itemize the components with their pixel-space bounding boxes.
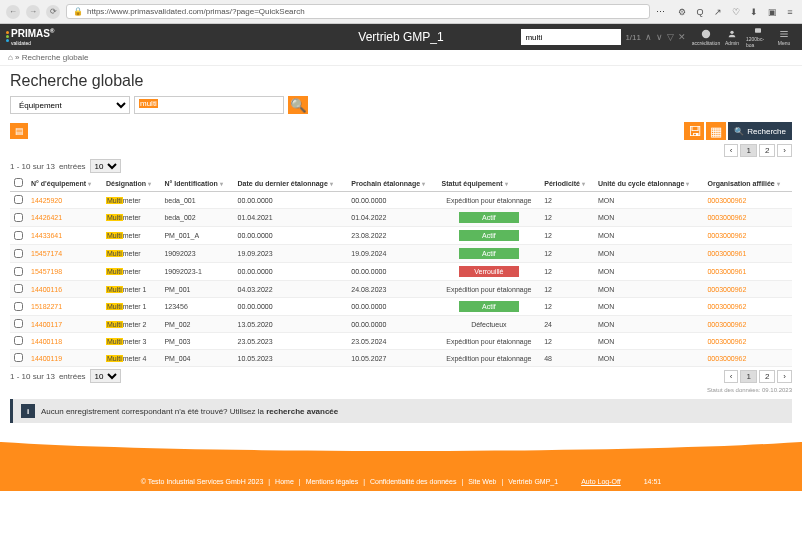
- equipment-link[interactable]: 14400119: [27, 350, 102, 367]
- filter-type-select[interactable]: Équipement: [10, 96, 130, 114]
- column-header[interactable]: N° d'équipement▾: [27, 175, 102, 192]
- equipment-link[interactable]: 15457198: [27, 263, 102, 281]
- equipment-link[interactable]: 14400117: [27, 316, 102, 333]
- find-close[interactable]: ✕: [678, 32, 686, 42]
- column-header[interactable]: Unité du cycle étalonnage▾: [594, 175, 703, 192]
- row-checkbox[interactable]: [14, 284, 23, 293]
- row-checkbox[interactable]: [14, 353, 23, 362]
- page-prev[interactable]: ‹: [724, 144, 739, 157]
- status-cell: Expédition pour étalonnage: [437, 350, 540, 367]
- status-cell: Actif: [437, 298, 540, 316]
- org-link[interactable]: 0003000961: [703, 245, 792, 263]
- auto-logoff[interactable]: Auto Log-Off: [581, 478, 621, 485]
- svg-point-0: [702, 29, 710, 37]
- ext-icon[interactable]: Q: [694, 6, 706, 18]
- equipment-link[interactable]: 14400118: [27, 333, 102, 350]
- org-link[interactable]: 0003000962: [703, 209, 792, 227]
- page-2[interactable]: 2: [759, 144, 775, 157]
- info-banner: i Aucun enregistrement correspondant n'a…: [10, 399, 792, 423]
- org-link[interactable]: 0003000961: [703, 263, 792, 281]
- header-icon-1200bc-boa[interactable]: 1200bc-boa: [746, 26, 770, 48]
- column-header[interactable]: Statut équipement▾: [437, 175, 540, 192]
- chrome-extension-icons: ⚙ Q ↗ ♡ ⬇ ▣ ≡: [676, 6, 796, 18]
- row-checkbox[interactable]: [14, 231, 23, 240]
- ext-icon[interactable]: ♡: [730, 6, 742, 18]
- ext-icon[interactable]: ⬇: [748, 6, 760, 18]
- footer-link[interactable]: Site Web: [468, 478, 496, 485]
- row-checkbox[interactable]: [14, 213, 23, 222]
- advanced-search-link[interactable]: recherche avancée: [266, 407, 338, 416]
- select-all-checkbox[interactable]: [14, 178, 23, 187]
- header-icon-accréditation[interactable]: accréditation: [694, 26, 718, 48]
- export-button[interactable]: 🖫: [684, 122, 704, 140]
- find-highlight[interactable]: ▽: [667, 32, 674, 42]
- row-checkbox[interactable]: [14, 195, 23, 204]
- breadcrumb: ⌂ » Recherche globale: [0, 50, 802, 66]
- row-checkbox[interactable]: [14, 249, 23, 258]
- browser-chrome: ← → ⟳ 🔒 https://www.primasvalidated.com/…: [0, 0, 802, 24]
- breadcrumb-home[interactable]: ⌂: [8, 53, 13, 62]
- equipment-link[interactable]: 15457174: [27, 245, 102, 263]
- find-prev[interactable]: ∧: [645, 32, 652, 42]
- equipment-link[interactable]: 14426421: [27, 209, 102, 227]
- svg-rect-2: [755, 28, 761, 33]
- org-link[interactable]: 0003000962: [703, 192, 792, 209]
- table-row: 14426421Multimeterbeda_00201.04.202101.0…: [10, 209, 792, 227]
- columns-button[interactable]: ▦: [706, 122, 726, 140]
- list-view-button[interactable]: ▤: [10, 123, 28, 139]
- footer-link[interactable]: Vertrieb GMP_1: [508, 478, 558, 485]
- app-logo[interactable]: PRIMAS®validated: [6, 28, 54, 45]
- page-next[interactable]: ›: [777, 370, 792, 383]
- page-next[interactable]: ›: [777, 144, 792, 157]
- page-prev[interactable]: ‹: [724, 370, 739, 383]
- table-body: 14425920Multimeterbeda_00100.00.000000.0…: [10, 192, 792, 367]
- back-button[interactable]: ←: [6, 5, 20, 19]
- org-link[interactable]: 0003000962: [703, 298, 792, 316]
- org-link[interactable]: 0003000962: [703, 227, 792, 245]
- filter-query-input[interactable]: multi: [134, 96, 284, 114]
- find-input[interactable]: [521, 29, 621, 45]
- ext-icon[interactable]: ▣: [766, 6, 778, 18]
- footer-link[interactable]: Home: [275, 478, 294, 485]
- column-header[interactable]: Date du dernier étalonnage▾: [234, 175, 348, 192]
- org-link[interactable]: 0003000962: [703, 333, 792, 350]
- page-1[interactable]: 1: [740, 144, 756, 157]
- header-icon-Admin[interactable]: Admin: [720, 26, 744, 48]
- filter-search-button[interactable]: 🔍: [288, 96, 308, 114]
- ext-icon[interactable]: ↗: [712, 6, 724, 18]
- equipment-link[interactable]: 14425920: [27, 192, 102, 209]
- column-header[interactable]: Désignation▾: [102, 175, 160, 192]
- row-checkbox[interactable]: [14, 336, 23, 345]
- org-link[interactable]: 0003000962: [703, 316, 792, 333]
- equipment-link[interactable]: 14433641: [27, 227, 102, 245]
- header-icon-Menu[interactable]: Menu: [772, 26, 796, 48]
- app-header: PRIMAS®validated Vertrieb GMP_1 1/11 ∧ ∨…: [0, 24, 802, 50]
- row-checkbox[interactable]: [14, 302, 23, 311]
- table-row: 14433641MultimeterPM_001_A00.00.000023.0…: [10, 227, 792, 245]
- table-row: 14400117Multimeter 2PM_00213.05.202000.0…: [10, 316, 792, 333]
- row-checkbox[interactable]: [14, 319, 23, 328]
- footer-link[interactable]: Mentions légales: [306, 478, 359, 485]
- ext-icon[interactable]: ⚙: [676, 6, 688, 18]
- reload-button[interactable]: ⟳: [46, 5, 60, 19]
- page-size-select[interactable]: 10: [90, 159, 121, 173]
- equipment-link[interactable]: 15182271: [27, 298, 102, 316]
- url-bar[interactable]: 🔒 https://www.primasvalidated.com/primas…: [66, 4, 650, 19]
- pagination-bottom: ‹ 1 2 ›: [724, 370, 792, 383]
- org-link[interactable]: 0003000962: [703, 281, 792, 298]
- column-header[interactable]: N° Identification▾: [160, 175, 233, 192]
- meatball-icon[interactable]: ⋯: [656, 7, 670, 17]
- org-link[interactable]: 0003000962: [703, 350, 792, 367]
- column-header[interactable]: Organisation affiliée▾: [703, 175, 792, 192]
- status-cell: Expédition pour étalonnage: [437, 333, 540, 350]
- column-header[interactable]: Périodicité▾: [540, 175, 594, 192]
- equipment-link[interactable]: 14400116: [27, 281, 102, 298]
- page-size-select-bottom[interactable]: 10: [90, 369, 121, 383]
- menu-icon[interactable]: ≡: [784, 6, 796, 18]
- row-checkbox[interactable]: [14, 267, 23, 276]
- footer-link[interactable]: Confidentialité des données: [370, 478, 456, 485]
- find-next[interactable]: ∨: [656, 32, 663, 42]
- forward-button[interactable]: →: [26, 5, 40, 19]
- column-header[interactable]: Prochain étalonnage▾: [347, 175, 437, 192]
- table-search-button[interactable]: 🔍Recherche: [728, 122, 792, 140]
